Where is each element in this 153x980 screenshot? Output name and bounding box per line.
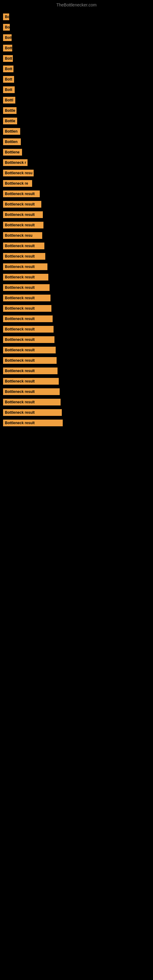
bottleneck-label: Bott: [3, 55, 13, 62]
bottleneck-label: Bottle: [3, 118, 17, 124]
list-item: Bottleneck result: [3, 336, 150, 343]
bottleneck-label: Bott: [3, 45, 12, 51]
bottleneck-label: Bottleneck result: [3, 388, 60, 395]
bottleneck-label: Bottleneck result: [3, 357, 57, 364]
list-item: Bottleneck result: [3, 368, 150, 374]
bottleneck-label: Bottle: [3, 107, 16, 114]
bottleneck-label: Bottleneck result: [3, 211, 43, 218]
bottleneck-label: Bottleneck result: [3, 336, 54, 343]
list-item: Bottleneck result: [3, 294, 150, 301]
bottleneck-label: Bottleneck resu: [3, 232, 42, 239]
list-item: Bottleneck resu: [3, 170, 150, 177]
bottleneck-label: Bottleneck re: [3, 180, 32, 187]
bottleneck-label: Bo: [3, 13, 9, 20]
list-item: Bott: [3, 86, 150, 93]
list-item: Bottleneck result: [3, 243, 150, 249]
bottleneck-label: Bottleneck result: [3, 368, 57, 374]
list-item: Bottleneck result: [3, 409, 150, 416]
bottleneck-label: Bott: [3, 86, 15, 93]
list-item: Bottlene: [3, 149, 150, 156]
list-item: Bottleneck result: [3, 305, 150, 312]
bottleneck-label: Bottleneck resu: [3, 170, 33, 177]
bottleneck-label: Bottleneck result: [3, 243, 45, 249]
list-item: Bo: [3, 24, 150, 30]
bottleneck-label: Bottleneck result: [3, 326, 54, 332]
list-item: Bottleneck result: [3, 347, 150, 353]
list-item: Bottleneck result: [3, 191, 150, 197]
bottleneck-label: Bo: [3, 24, 10, 30]
bottleneck-label: Bottlen: [3, 128, 20, 135]
list-item: Bottleneck resu: [3, 232, 150, 239]
bottleneck-label: Bottleneck result: [3, 315, 53, 322]
list-item: Bottlen: [3, 128, 150, 135]
bottleneck-label: Bottlen: [3, 138, 21, 145]
list-item: Bottleneck result: [3, 357, 150, 364]
list-item: Bott: [3, 55, 150, 62]
list-item: Bottleneck result: [3, 253, 150, 260]
list-item: Bottleneck result: [3, 274, 150, 280]
bottleneck-label: Bott: [3, 76, 14, 83]
bottleneck-label: Bottleneck result: [3, 347, 56, 353]
list-item: Bottle: [3, 118, 150, 124]
items-container: BoBoBottBottBottBottBottBottBottlBottleB…: [0, 9, 153, 433]
site-title: TheBottlenecker.com: [0, 0, 153, 9]
bottleneck-label: Bottleneck result: [3, 263, 48, 270]
bottleneck-label: Bottleneck result: [3, 305, 51, 312]
bottleneck-label: Bottlene: [3, 149, 22, 156]
list-item: Bott: [3, 76, 150, 83]
list-item: Bottleneck result: [3, 399, 150, 406]
bottleneck-label: Bottleneck result: [3, 284, 49, 291]
bottleneck-label: Bott: [3, 34, 12, 41]
bottleneck-label: Bottleneck result: [3, 201, 41, 208]
list-item: Bottle: [3, 107, 150, 114]
list-item: Bo: [3, 13, 150, 20]
list-item: Bottleneck result: [3, 388, 150, 395]
bottleneck-label: Bottleneck result: [3, 253, 45, 260]
bottleneck-label: Bott: [3, 65, 13, 72]
bottleneck-label: Bottleneck result: [3, 409, 62, 416]
list-item: Bottleneck result: [3, 284, 150, 291]
list-item: Bottlen: [3, 138, 150, 145]
bottleneck-label: Bottleneck result: [3, 222, 43, 229]
list-item: Bottleneck result: [3, 315, 150, 322]
bottleneck-label: Bottl: [3, 97, 15, 103]
bottleneck-label: Bottleneck result: [3, 274, 48, 280]
list-item: Bott: [3, 65, 150, 72]
bottleneck-label: Bottleneck result: [3, 191, 40, 197]
list-item: Bottleneck r: [3, 159, 150, 166]
list-item: Bott: [3, 34, 150, 41]
list-item: Bott: [3, 45, 150, 51]
bottleneck-label: Bottleneck result: [3, 378, 59, 385]
bottleneck-label: Bottleneck result: [3, 399, 61, 406]
bottleneck-label: Bottleneck r: [3, 159, 27, 166]
bottleneck-label: Bottleneck result: [3, 294, 51, 301]
list-item: Bottleneck result: [3, 211, 150, 218]
list-item: Bottleneck result: [3, 201, 150, 208]
list-item: Bottl: [3, 97, 150, 103]
list-item: Bottleneck result: [3, 326, 150, 332]
list-item: Bottleneck result: [3, 420, 150, 426]
list-item: Bottleneck result: [3, 222, 150, 229]
bottleneck-label: Bottleneck result: [3, 420, 63, 426]
list-item: Bottleneck result: [3, 263, 150, 270]
list-item: Bottleneck result: [3, 378, 150, 385]
list-item: Bottleneck re: [3, 180, 150, 187]
